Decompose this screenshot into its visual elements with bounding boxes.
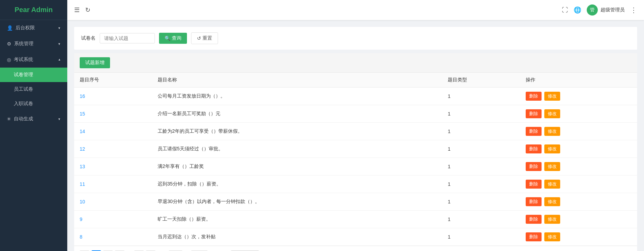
gear-icon: ⚙ xyxy=(7,41,11,47)
sidebar-item-backend-permissions[interactable]: 👤 后台权限 ▾ xyxy=(0,20,67,36)
circle-icon: ◎ xyxy=(7,57,11,62)
col-header-type: 题目类型 xyxy=(442,73,520,88)
table-header-row: 题目序号 题目名称 题目类型 操作 xyxy=(74,73,637,88)
table-row: 16 公司每月工资发放日期为（）。 1 删除 修改 xyxy=(74,88,637,105)
sidebar-item-system-management[interactable]: ⚙ 系统管理 ▾ xyxy=(0,36,67,52)
delete-button[interactable]: 删除 xyxy=(526,109,542,118)
cell-id: 10 xyxy=(74,193,152,211)
filter-label: 试卷名 xyxy=(81,35,96,41)
sidebar-item-onboarding-exam[interactable]: 入职试卷 xyxy=(0,97,67,111)
cell-name: 员工请假5天须经过（）审批。 xyxy=(152,140,442,158)
cell-id: 15 xyxy=(74,105,152,123)
cell-id: 16 xyxy=(74,88,152,105)
app-name: Pear Admin xyxy=(14,6,52,14)
sidebar-logo: Pear Admin xyxy=(0,0,67,20)
delete-button[interactable]: 删除 xyxy=(526,180,542,189)
page-content: 试卷名 🔍 查询 ↺ 重置 试题新增 题目序号 题目名称 xyxy=(67,20,644,251)
sidebar-item-auto-generate[interactable]: ✳ 自动生成 ▾ xyxy=(0,111,67,127)
table-row: 10 早退30分钟（含）以内者，每一分钟扣款（）。 1 删除 修改 xyxy=(74,193,637,211)
cell-id: 11 xyxy=(74,175,152,193)
delete-button[interactable]: 删除 xyxy=(526,232,542,241)
table-row: 15 介绍一名新员工可奖励（）元 1 删除 修改 xyxy=(74,105,637,123)
chevron-down-icon: ▾ xyxy=(58,117,60,121)
cell-id: 13 xyxy=(74,158,152,175)
search-icon: 🔍 xyxy=(165,36,170,41)
user-icon: 👤 xyxy=(7,25,13,31)
cell-name: 工龄为2年的员工可享受（）带薪休假。 xyxy=(152,123,442,140)
more-icon[interactable]: ⋮ xyxy=(630,6,637,14)
edit-button[interactable]: 修改 xyxy=(544,144,560,153)
cell-name: 当月迟到达（）次，发补贴 xyxy=(152,228,442,246)
edit-button[interactable]: 修改 xyxy=(544,127,560,136)
sidebar-menu: 👤 后台权限 ▾ ⚙ 系统管理 ▾ ◎ 考试系统 xyxy=(0,20,67,251)
edit-button[interactable]: 修改 xyxy=(544,197,560,206)
edit-button[interactable]: 修改 xyxy=(544,162,560,171)
sidebar-label-backend-permissions: 后台权限 xyxy=(16,25,35,31)
cell-id: 12 xyxy=(74,140,152,158)
reset-icon: ↺ xyxy=(197,36,201,41)
table-row: 13 满2年享有（）工龄奖 1 删除 修改 xyxy=(74,158,637,175)
sidebar: Pear Admin 👤 后台权限 ▾ ⚙ 系统管理 ▾ xyxy=(0,0,67,251)
cell-name: 旷工一天扣除（）薪资。 xyxy=(152,211,442,228)
cell-name: 满2年享有（）工龄奖 xyxy=(152,158,442,175)
asterisk-icon: ✳ xyxy=(7,116,11,122)
menu-toggle-icon[interactable]: ☰ xyxy=(74,6,80,14)
table-area: 试题新增 题目序号 题目名称 题目类型 操作 16 公司每月工资发放日期为（）。… xyxy=(74,53,637,251)
edit-button[interactable]: 修改 xyxy=(544,109,560,118)
cell-type: 1 xyxy=(442,158,520,175)
edit-button[interactable]: 修改 xyxy=(544,92,560,101)
cell-actions: 删除 修改 xyxy=(520,193,637,211)
main-content: ☰ ↻ ⛶ 🌐 管 超级管理员 ⋮ 试卷名 🔍 查询 ↺ xyxy=(67,0,644,251)
filter-bar: 试卷名 🔍 查询 ↺ 重置 xyxy=(74,27,637,50)
refresh-icon[interactable]: ↻ xyxy=(85,6,90,14)
search-button[interactable]: 🔍 查询 xyxy=(159,33,187,44)
username: 超级管理员 xyxy=(601,7,625,13)
cell-actions: 删除 修改 xyxy=(520,211,637,228)
delete-button[interactable]: 删除 xyxy=(526,127,542,136)
cell-type: 1 xyxy=(442,88,520,105)
col-header-name: 题目名称 xyxy=(152,73,442,88)
table-row: 11 迟到35分钟，扣除（）薪资。 1 删除 修改 xyxy=(74,175,637,193)
sidebar-group-system-management: ⚙ 系统管理 ▾ xyxy=(0,36,67,52)
topbar: ☰ ↻ ⛶ 🌐 管 超级管理员 ⋮ xyxy=(67,0,644,20)
edit-button[interactable]: 修改 xyxy=(544,215,560,224)
user-menu[interactable]: 管 超级管理员 xyxy=(587,4,625,16)
sidebar-item-exam-management[interactable]: 试卷管理 xyxy=(0,68,67,82)
edit-button[interactable]: 修改 xyxy=(544,180,560,189)
cell-name: 早退30分钟（含）以内者，每一分钟扣款（）。 xyxy=(152,193,442,211)
sidebar-label-system-management: 系统管理 xyxy=(14,41,33,47)
sidebar-label-auto-generate: 自动生成 xyxy=(14,116,33,122)
cell-id: 9 xyxy=(74,211,152,228)
cell-actions: 删除 修改 xyxy=(520,158,637,175)
cell-name: 公司每月工资发放日期为（）。 xyxy=(152,88,442,105)
sidebar-group-backend-permissions: 👤 后台权限 ▾ xyxy=(0,20,67,36)
add-question-button[interactable]: 试题新增 xyxy=(80,57,110,68)
fullscreen-icon[interactable]: ⛶ xyxy=(562,7,568,14)
chevron-down-icon: ▾ xyxy=(58,26,60,30)
delete-button[interactable]: 删除 xyxy=(526,215,542,224)
cell-type: 1 xyxy=(442,228,520,246)
sidebar-group-exam-system: ◎ 考试系统 ▾ 试卷管理 员工试卷 入职试卷 xyxy=(0,52,67,111)
globe-icon[interactable]: 🌐 xyxy=(574,6,581,14)
delete-button[interactable]: 删除 xyxy=(526,92,542,101)
delete-button[interactable]: 删除 xyxy=(526,162,542,171)
sidebar-item-employee-exam[interactable]: 员工试卷 xyxy=(0,82,67,97)
sidebar-group-auto-generate: ✳ 自动生成 ▾ xyxy=(0,111,67,127)
col-header-actions: 操作 xyxy=(520,73,637,88)
sidebar-item-exam-system[interactable]: ◎ 考试系统 ▾ xyxy=(0,52,67,68)
search-input[interactable] xyxy=(100,33,155,43)
cell-actions: 删除 修改 xyxy=(520,175,637,193)
cell-name: 迟到35分钟，扣除（）薪资。 xyxy=(152,175,442,193)
pagination: ‹ 1 2 3 ... 5 › 到第 页 确定 共 44 条 10 条/页 20… xyxy=(74,246,637,251)
reset-button[interactable]: ↺ 重置 xyxy=(191,32,218,44)
delete-button[interactable]: 删除 xyxy=(526,144,542,153)
sidebar-label-exam-system: 考试系统 xyxy=(14,57,33,63)
cell-type: 1 xyxy=(442,105,520,123)
table-toolbar: 试题新增 xyxy=(74,53,637,73)
cell-actions: 删除 修改 xyxy=(520,228,637,246)
edit-button[interactable]: 修改 xyxy=(544,232,560,241)
cell-actions: 删除 修改 xyxy=(520,123,637,140)
table-row: 14 工龄为2年的员工可享受（）带薪休假。 1 删除 修改 xyxy=(74,123,637,140)
delete-button[interactable]: 删除 xyxy=(526,197,542,206)
cell-type: 1 xyxy=(442,211,520,228)
